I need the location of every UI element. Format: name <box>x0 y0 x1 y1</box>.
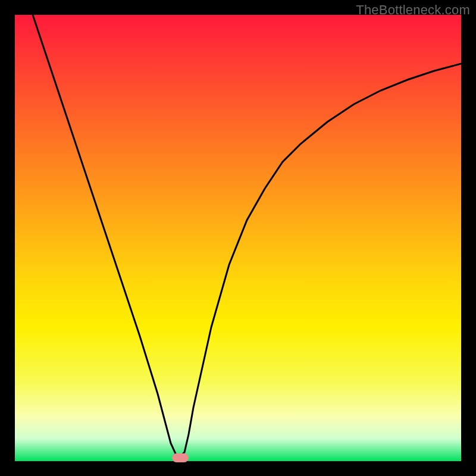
bottleneck-curve-path <box>33 15 461 459</box>
curve-svg <box>15 15 461 461</box>
optimal-point-marker <box>172 453 189 462</box>
chart-plot-area <box>15 15 461 461</box>
watermark-text: TheBottleneck.com <box>356 2 470 18</box>
